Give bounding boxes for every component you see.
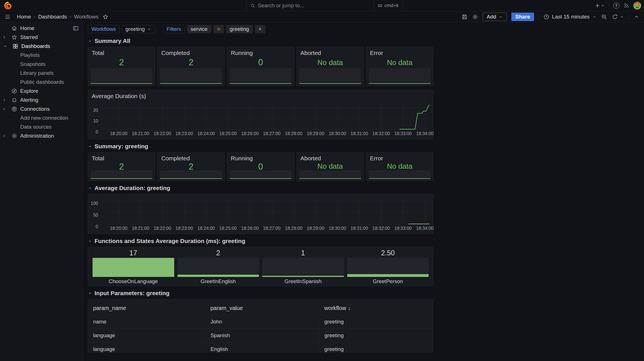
stat-panel-aborted: Aborted No data [296,47,364,86]
sidebar-item-explore[interactable]: Explore [0,87,83,96]
shortcut-label: cmd+k [384,3,399,8]
x-tick-label: 18:25:00 [219,226,237,231]
sidebar-item-starred[interactable]: Starred [0,33,83,42]
sparkline [369,170,431,179]
breadcrumb-home[interactable]: Home [17,14,31,20]
cell-workflow: greeting [319,343,433,353]
panel-title[interactable]: Total [92,50,151,56]
column-header-param-value[interactable]: param_value [205,302,319,315]
add-button[interactable]: Add [483,13,507,21]
stat-row-summary-all: Total 2 Completed 2 Running 0 Aborted No… [88,47,433,86]
gridline-vertical [381,100,381,129]
gridline-vertical [272,100,272,129]
time-range-picker[interactable]: Last 15 minutes [543,14,597,20]
sidebar-item-data-sources[interactable]: Data sources [0,122,83,131]
table-row: language English greeting [88,343,433,353]
gridline-vertical [294,198,294,224]
panel-title[interactable]: Error [370,50,429,56]
refresh-button[interactable] [612,14,624,20]
sparkline [230,170,291,179]
filter-operator-chip[interactable]: = [213,25,224,33]
help-icon[interactable]: ? [613,3,619,9]
search-input[interactable] [258,3,371,9]
cell-param-value: Spanish [205,329,319,343]
section-title: Input Parameters: greeting [95,290,169,297]
column-header-label: workflow [324,305,346,311]
share-button[interactable]: Share [511,13,534,21]
bar-column: 2.50 GreetPerson [347,249,429,284]
panel-title[interactable]: Aborted [300,50,360,56]
add-filter-button[interactable]: + [255,25,265,33]
sidebar-item-library-panels[interactable]: Library panels [0,69,83,78]
sidebar-item-home[interactable]: Home [0,24,83,33]
sidebar-item-playlists[interactable]: Playlists [0,51,83,60]
zoom-out-icon[interactable] [601,14,607,20]
panel-title[interactable]: Running [231,155,290,162]
sidebar-item-connections[interactable]: Connections [0,105,83,114]
grafana-logo[interactable] [4,1,12,10]
filter-value-chip[interactable]: greeting [226,25,253,33]
section-title: Summary: greeting [95,143,148,150]
section-summary-all[interactable]: Summary All [88,37,433,45]
chevron-down-icon [88,186,92,190]
admin-gear-icon [11,133,17,139]
sidebar-item-add-new-connection[interactable]: Add new connection [0,114,83,122]
section-summary-greeting[interactable]: Summary: greeting [88,143,433,150]
dashboard-toolbar: Home › Dashboards › Workflows Add Share … [0,11,644,22]
search-bar[interactable]: cmd+k [246,0,403,11]
chevron-down-icon [601,3,605,8]
gridline-vertical [359,198,360,224]
sidebar-item-alerting[interactable]: Alerting [0,96,83,105]
section-input-parameters[interactable]: Input Parameters: greeting [88,290,433,297]
section-average-duration-greeting[interactable]: Average Duration: greeting [88,184,433,192]
workflows-variable-select[interactable]: greeting [122,25,155,33]
column-header-workflow[interactable]: workflow↓ [319,302,433,315]
x-tick-label: 18:30:00 [329,131,346,136]
panel-title[interactable]: Completed [161,155,221,162]
sidebar-item-dashboards[interactable]: Dashboards [0,42,83,51]
sidebar-item-label: Add new connection [0,115,68,121]
settings-gear-icon[interactable] [472,14,478,20]
stat-panel-completed: Completed 2 [157,47,225,86]
dock-sidebar-icon[interactable] [73,25,79,31]
gridline-vertical [119,198,119,224]
filter-key-chip[interactable]: service [187,25,211,33]
sidebar-item-public-dashboards[interactable]: Public dashboards [0,78,83,87]
column-header-param-name[interactable]: param_name [88,302,205,315]
bar-fill [178,275,259,277]
panel-title[interactable]: Total [92,155,151,162]
panel-title[interactable]: Error [370,155,429,162]
x-tick-label: 18:21:00 [132,131,149,136]
sidebar-item-snapshots[interactable]: Snapshots [0,60,83,69]
panel-title[interactable]: Aborted [300,155,360,162]
star-icon[interactable] [102,14,109,20]
breadcrumb-dashboards[interactable]: Dashboards [38,14,67,20]
menu-icon[interactable] [4,14,11,20]
y-tick-label: 100 [91,201,98,206]
section-functions-states[interactable]: Functions and States Average Duration (m… [88,237,433,245]
x-tick-label: 18:32:00 [372,226,390,231]
news-icon[interactable] [623,3,629,9]
table-row: name John greeting [88,315,433,329]
stat-panel-running: Running 0 [227,152,294,181]
sidebar-item-administration[interactable]: Administration [0,131,83,140]
sidebar-item-label: Playlists [0,52,40,58]
gridline-vertical [206,198,206,224]
new-menu-button[interactable]: + [595,2,605,9]
chevron-up-icon[interactable] [633,14,640,20]
home-icon [11,25,17,31]
gridline-horizontal [103,108,429,108]
sparkline [299,68,361,84]
gridline-vertical [250,198,250,224]
x-tick-label: 18:24:00 [197,131,215,136]
panel-title[interactable]: Average Duration (s) [88,90,433,99]
table-header-row: param_name param_value workflow↓ [88,302,433,315]
panel-title[interactable]: Completed [161,50,221,56]
save-icon[interactable] [461,14,468,20]
avatar[interactable] [633,2,641,10]
sidebar-item-label: Connections [20,106,50,112]
plus-icon: + [595,2,599,9]
refresh-icon [612,14,618,20]
panel-title[interactable]: Running [231,50,290,56]
bell-icon [11,97,17,103]
